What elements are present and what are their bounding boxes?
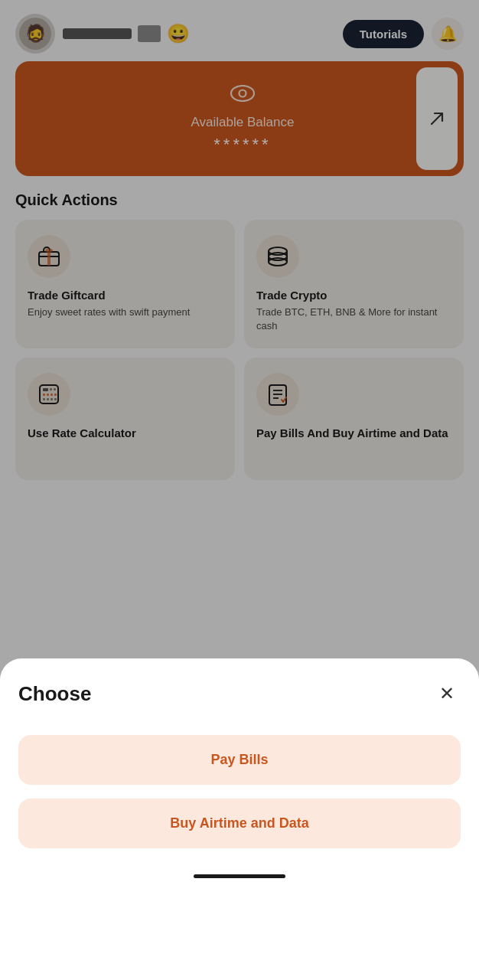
sheet-header: Choose ✕	[18, 680, 461, 707]
bottom-sheet: Choose ✕ Pay Bills Buy Airtime and Data	[0, 658, 479, 980]
buy-airtime-option-button[interactable]: Buy Airtime and Data	[18, 799, 461, 848]
sheet-title: Choose	[18, 682, 91, 706]
close-icon: ✕	[439, 683, 455, 704]
home-indicator	[194, 874, 285, 878]
pay-bills-option-button[interactable]: Pay Bills	[18, 735, 461, 785]
close-sheet-button[interactable]: ✕	[433, 680, 461, 707]
